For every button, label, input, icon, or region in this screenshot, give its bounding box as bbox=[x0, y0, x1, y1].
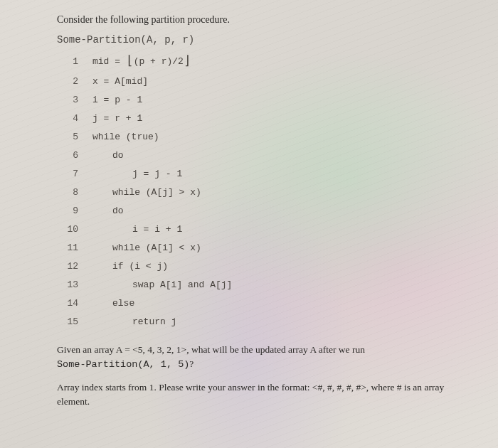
line-number: 11 bbox=[57, 240, 92, 255]
line-number: 9 bbox=[57, 203, 92, 218]
code-text: do bbox=[92, 148, 124, 163]
code-text: j = j - 1 bbox=[92, 166, 182, 181]
code-text: if (i < j) bbox=[92, 259, 168, 274]
procedure-signature: Some-Partition(A, p, r) bbox=[57, 34, 470, 46]
code-line: 2 x = A[mid] bbox=[57, 73, 470, 91]
code-line: 13 swap A[i] and A[j] bbox=[57, 276, 470, 294]
line-number: 15 bbox=[57, 314, 92, 329]
line-number: 6 bbox=[57, 148, 92, 163]
code-line: 14 else bbox=[57, 294, 470, 313]
code-text: return j bbox=[92, 314, 176, 329]
code-line: 5 while (true) bbox=[57, 128, 470, 146]
line-number: 12 bbox=[57, 259, 92, 274]
line-number: 2 bbox=[57, 74, 92, 89]
code-text: j = r + 1 bbox=[92, 111, 142, 126]
code-line: 7 j = j - 1 bbox=[57, 165, 470, 183]
question-call: Some-Partition(A, 1, 5) bbox=[57, 359, 189, 370]
question-text: Given an array A = <5, 4, 3, 2, 1>, what… bbox=[57, 343, 470, 373]
line-number: 10 bbox=[57, 222, 92, 237]
code-line: 1 mid = ⌊(p + r)/2⌋ bbox=[57, 51, 470, 73]
line-number: 14 bbox=[57, 296, 92, 311]
code-text: i = i + 1 bbox=[92, 222, 182, 237]
code-text: while (true) bbox=[92, 129, 159, 144]
code-line: 10 i = i + 1 bbox=[57, 220, 470, 239]
code-line: 3 i = p - 1 bbox=[57, 91, 470, 110]
intro-text: Consider the following partition procedu… bbox=[57, 14, 470, 26]
document-content: Consider the following partition procedu… bbox=[0, 0, 498, 424]
code-text: else bbox=[92, 296, 134, 311]
line-number: 8 bbox=[57, 185, 92, 200]
code-text: while (A[i] < x) bbox=[92, 240, 201, 255]
code-line: 9 do bbox=[57, 202, 470, 220]
code-text: do bbox=[92, 203, 124, 218]
code-line: 15 return j bbox=[57, 313, 470, 331]
code-line: 4 j = r + 1 bbox=[57, 110, 470, 128]
code-line: 8 while (A[j] > x) bbox=[57, 183, 470, 202]
code-text: mid = ⌊(p + r)/2⌋ bbox=[92, 51, 191, 73]
code-line: 6 do bbox=[57, 146, 470, 165]
line-number: 13 bbox=[57, 277, 92, 292]
code-line: 11 while (A[i] < x) bbox=[57, 239, 470, 257]
question-part1: Given an array A = <5, 4, 3, 2, 1>, what… bbox=[57, 344, 365, 355]
line-number: 1 bbox=[57, 54, 92, 69]
pseudocode-block: 1 mid = ⌊(p + r)/2⌋ 2 x = A[mid] 3 i = p… bbox=[57, 51, 470, 331]
line-number: 5 bbox=[57, 129, 92, 144]
code-text: i = p - 1 bbox=[92, 92, 142, 107]
code-text: while (A[j] > x) bbox=[92, 185, 201, 200]
line-number: 7 bbox=[57, 166, 92, 181]
code-line: 12 if (i < j) bbox=[57, 257, 470, 276]
line-number: 4 bbox=[57, 111, 92, 126]
format-note: Array index starts from 1. Please write … bbox=[57, 380, 470, 410]
question-part2: ? bbox=[189, 358, 194, 369]
code-text: x = A[mid] bbox=[92, 74, 148, 89]
line-number: 3 bbox=[57, 92, 92, 107]
code-text: swap A[i] and A[j] bbox=[92, 277, 232, 292]
